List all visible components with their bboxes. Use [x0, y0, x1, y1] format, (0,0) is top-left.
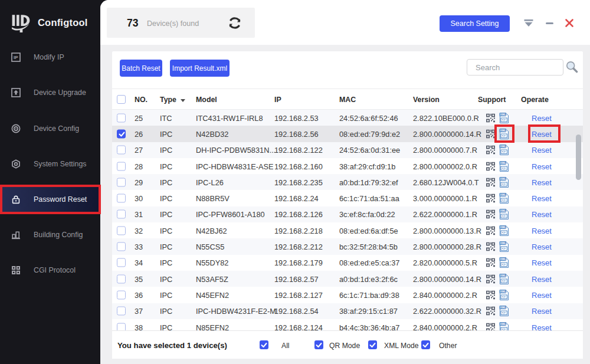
filter-checkbox[interactable]: [314, 340, 323, 349]
check-icon: [260, 342, 268, 349]
sidebar-item[interactable]: CGI Protocol: [0, 255, 100, 285]
sidebar-item[interactable]: IP Modify IP: [0, 42, 100, 72]
svg-text:<>: <>: [502, 263, 506, 266]
search-setting-button[interactable]: Search Setting: [440, 15, 510, 32]
xml-support-icon: XML <>: [499, 225, 509, 236]
filter-checkbox[interactable]: [421, 340, 430, 349]
table-row[interactable]: 35 IPC N53AF5Z 192.168.2.57 a0:bd:1d:e3:…: [112, 271, 583, 287]
main-content: 73 Device(s) found Search Setting: [100, 0, 590, 364]
cell-ip: 192.168.2.160: [274, 162, 323, 170]
xml-support-icon: XML <>: [499, 145, 509, 156]
cell-model: N42BD32: [196, 129, 229, 138]
cell-ip: 192.168.2.212: [274, 242, 323, 251]
reset-link[interactable]: Reset: [532, 129, 552, 138]
qr-code-support-icon: [486, 194, 495, 203]
row-checkbox[interactable]: [117, 210, 126, 219]
table-row[interactable]: 36 IPC N45EFN2 192.168.2.127 6c:1c:71:ba…: [112, 287, 583, 303]
row-checkbox[interactable]: [117, 307, 126, 316]
sidebar-item-label: Modify IP: [34, 53, 64, 61]
select-all-checkbox[interactable]: [117, 95, 126, 104]
reset-link[interactable]: Reset: [532, 113, 552, 122]
row-checkbox[interactable]: [117, 162, 126, 170]
table-row[interactable]: 31 IPC IPC-PFW8601-A180 192.168.2.126 3c…: [112, 206, 583, 222]
reset-link[interactable]: Reset: [532, 323, 552, 330]
filter-checkbox[interactable]: [260, 340, 268, 349]
row-checkbox[interactable]: [117, 226, 126, 235]
reset-link[interactable]: Reset: [532, 242, 552, 251]
row-checkbox[interactable]: [117, 274, 126, 283]
sidebar-item[interactable]: Device Upgrade: [0, 78, 100, 107]
reset-link[interactable]: Reset: [532, 258, 552, 267]
row-checkbox[interactable]: [117, 258, 126, 267]
table-row[interactable]: 37 IPC IPC-HDBW4231F-E2-M 192.168.2.54 3…: [112, 303, 583, 319]
svg-text:<>: <>: [502, 279, 506, 283]
row-checkbox[interactable]: [117, 242, 126, 251]
close-icon[interactable]: [565, 18, 574, 28]
minimize-icon[interactable]: [546, 22, 553, 24]
svg-text:<>: <>: [502, 150, 506, 153]
reset-link[interactable]: Reset: [532, 194, 552, 203]
sidebar-item[interactable]: Building Config: [0, 220, 100, 250]
cell-type: IPC: [160, 146, 172, 155]
svg-text:XML: XML: [500, 129, 506, 132]
sidebar-item[interactable]: Device Config: [0, 114, 100, 143]
cell-type: IPC: [160, 129, 172, 138]
table-row[interactable]: 25 ITC ITC431-RW1F-IRL8 192.168.2.53 24:…: [112, 110, 583, 126]
refresh-icon[interactable]: [228, 16, 242, 30]
reset-link[interactable]: Reset: [532, 146, 552, 155]
cell-no: 32: [135, 226, 143, 235]
sidebar-item[interactable]: System Settings: [0, 149, 100, 179]
row-checkbox[interactable]: [117, 113, 126, 122]
cell-ip: 192.168.2.179: [274, 258, 323, 267]
filter-checkbox[interactable]: [368, 340, 377, 349]
sidebar-item-label: CGI Protocol: [34, 266, 76, 274]
sidebar-item[interactable]: Password Reset: [0, 185, 100, 214]
table-row[interactable]: 27 IPC DH-IPC-PDBW5831N... 192.168.2.122…: [112, 142, 583, 158]
qr-code-support-icon: [486, 307, 495, 316]
search-input[interactable]: [467, 59, 563, 76]
table-row[interactable]: 29 IPC IPC-L26 192.168.2.235 a0:bd:1d:79…: [112, 174, 583, 190]
sidebar-item-label: Device Upgrade: [34, 88, 86, 97]
table-row[interactable]: 33 IPC N55CS5 192.168.2.212 bc:32:5f:28:…: [112, 238, 583, 254]
table-row[interactable]: 32 IPC N42BJ62 192.168.2.218 08:ed:ed:6a…: [112, 222, 583, 238]
header-support: Support: [478, 96, 506, 104]
xml-support-icon: XML <>: [499, 322, 509, 330]
cell-model: ITC431-RW1F-IRL8: [196, 113, 263, 122]
reset-link[interactable]: Reset: [532, 226, 552, 235]
reset-link[interactable]: Reset: [532, 178, 552, 186]
svg-text:<>: <>: [502, 215, 506, 218]
batch-reset-button[interactable]: Batch Reset: [120, 60, 162, 77]
row-checkbox[interactable]: [117, 290, 126, 299]
table-row[interactable]: 38 IPC N85EFN2 192.168.2.124 b4:4c:3b:36…: [112, 319, 583, 330]
search-icon[interactable]: [566, 61, 578, 73]
row-checkbox[interactable]: [117, 146, 126, 155]
table-row[interactable]: 26 IPC N42BD32 192.168.2.56 08:ed:ed:79:…: [112, 126, 583, 142]
reset-link[interactable]: Reset: [532, 162, 552, 170]
svg-text:XML: XML: [500, 226, 506, 229]
reset-link[interactable]: Reset: [532, 274, 552, 283]
cell-version: 2.800.0000000.28.R: [413, 242, 481, 251]
row-checkbox[interactable]: [117, 194, 126, 203]
cell-type: ITC: [160, 113, 172, 122]
import-result-button[interactable]: Import Result.xml: [170, 60, 230, 77]
reset-link[interactable]: Reset: [532, 210, 552, 219]
reset-link[interactable]: Reset: [532, 307, 552, 316]
svg-text:<>: <>: [502, 247, 506, 250]
sort-caret-icon[interactable]: [181, 99, 185, 102]
header-type: Type: [160, 96, 176, 104]
table-row[interactable]: 34 IPC N55DY82 192.168.2.179 08:ed:ed:e5…: [112, 255, 583, 271]
reset-link[interactable]: Reset: [532, 290, 552, 299]
table-row[interactable]: 28 IPC IPC-HDBW4831E-ASE 192.168.2.160 3…: [112, 158, 583, 174]
vertical-scrollbar-thumb[interactable]: [576, 135, 581, 180]
cell-mac: bc:32:5f:28:b4:5b: [339, 242, 398, 251]
row-checkbox[interactable]: [117, 129, 126, 138]
collapse-window-icon[interactable]: [524, 19, 533, 27]
cell-model: DH-IPC-PDBW5831N...: [196, 146, 276, 155]
cell-mac: b4:4c:3b:36:4b:a7: [339, 323, 399, 330]
table-row[interactable]: 30 IPC N88BR5V 192.168.2.24 6c:1c:71:da:…: [112, 190, 583, 206]
cell-mac: a0:bd:1d:79:32:ef: [339, 178, 398, 186]
row-checkbox[interactable]: [117, 178, 126, 186]
qr-code-support-icon: [486, 274, 495, 283]
cell-type: IPC: [160, 242, 172, 251]
row-checkbox[interactable]: [117, 323, 126, 330]
